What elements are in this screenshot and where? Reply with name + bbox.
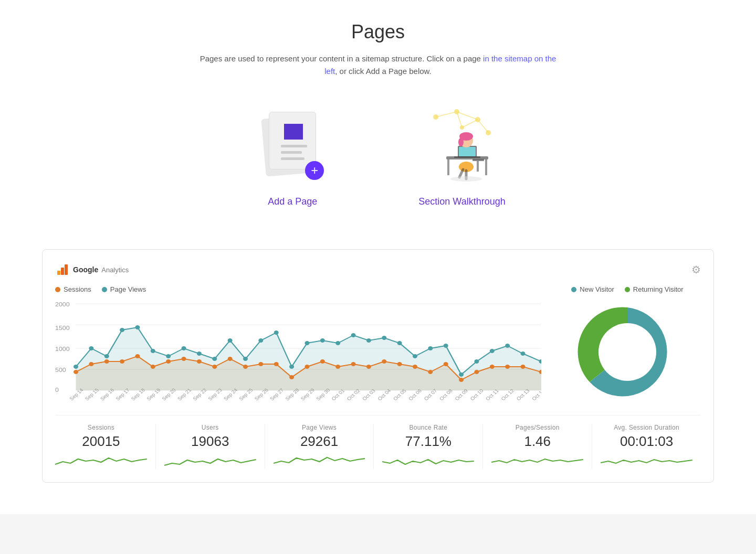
pages-session-sparkline — [491, 454, 583, 470]
donut-legend: New Visitor Returning Visitor — [554, 285, 701, 293]
svg-rect-27 — [61, 268, 64, 275]
sessions-sparkline-svg — [55, 454, 147, 470]
s-dot — [228, 357, 233, 361]
add-page-action[interactable]: + Add a Page — [250, 104, 334, 207]
stat-avg-duration: Avg. Session Duration 00:01:03 — [592, 424, 701, 470]
s-dot — [335, 365, 340, 369]
s-dot — [351, 362, 356, 366]
page-doc-icon: + — [261, 112, 324, 180]
doc-front — [269, 112, 316, 169]
svg-text:1000: 1000 — [55, 346, 70, 352]
stat-users-label: Users — [164, 424, 256, 431]
svg-text:2000: 2000 — [55, 301, 70, 307]
svg-text:0: 0 — [55, 387, 59, 393]
line-chart-area: Sessions Page Views 2000 1500 1000 500 0 — [55, 285, 541, 404]
s-dot — [258, 362, 263, 366]
stat-pageviews-label: Page Views — [274, 424, 365, 431]
duration-sparkline — [601, 454, 692, 470]
pageviews-sparkline — [274, 454, 365, 470]
doc-line-1 — [281, 145, 307, 147]
pv-dot — [444, 344, 448, 348]
line-chart-container: 2000 1500 1000 500 0 — [55, 299, 541, 403]
ga-icon — [55, 262, 70, 277]
svg-rect-11 — [447, 159, 449, 175]
users-sparkline-svg — [164, 454, 256, 470]
page-description: Pages are used to represent your content… — [200, 52, 556, 78]
donut-chart-area: New Visitor Returning Visitor — [554, 285, 701, 404]
stat-avg-duration-value: 00:01:03 — [601, 433, 692, 450]
s-dot — [182, 357, 186, 361]
s-dot — [135, 354, 140, 358]
add-page-label: Add a Page — [268, 196, 317, 207]
duration-sparkline-svg — [601, 454, 692, 470]
analytics-logo: Google Analytics — [55, 262, 129, 277]
svg-point-24 — [450, 176, 482, 182]
svg-rect-26 — [57, 271, 60, 275]
google-text: Google — [73, 265, 98, 274]
svg-rect-15 — [454, 156, 480, 158]
pv-dot — [197, 351, 202, 356]
gear-icon[interactable]: ⚙ — [691, 263, 701, 276]
pv-dot — [505, 344, 510, 348]
s-dot — [274, 362, 279, 366]
analytics-text: Analytics — [101, 266, 129, 274]
donut-hole — [598, 323, 656, 381]
bounce-sparkline — [382, 454, 474, 470]
bounce-sparkline-svg — [382, 454, 474, 470]
stats-row: Sessions 20015 Users 19063 Page Vi — [55, 415, 701, 470]
pv-dot — [151, 349, 155, 353]
pv-dot — [351, 333, 356, 337]
pv-dot — [335, 341, 340, 345]
s-dot — [212, 365, 217, 369]
s-dot — [490, 365, 495, 369]
svg-line-8 — [457, 112, 462, 127]
pv-dot — [382, 336, 386, 340]
doc-line-2 — [281, 151, 302, 154]
pv-dot — [74, 365, 78, 369]
stat-sessions: Sessions 20015 — [55, 424, 156, 470]
s-dot — [243, 365, 248, 369]
svg-text:500: 500 — [55, 367, 66, 373]
svg-rect-17 — [477, 161, 479, 172]
stat-bounce-rate-value: 77.11% — [382, 433, 474, 450]
users-sparkline — [164, 454, 256, 470]
s-dot — [197, 359, 202, 364]
pv-dot — [520, 351, 525, 356]
svg-text:1500: 1500 — [55, 325, 70, 331]
returning-visitor-label: Returning Visitor — [633, 285, 684, 293]
pv-dot — [366, 338, 371, 343]
pv-dot — [258, 338, 263, 343]
s-dot — [382, 359, 386, 364]
s-dot — [166, 359, 171, 364]
analytics-widget: Google Analytics ⚙ Sessions Page Views — [42, 249, 714, 483]
doc-purple-rect — [284, 124, 303, 140]
section-walkthrough-action[interactable]: Section Walkthrough — [418, 104, 505, 207]
svg-rect-16 — [472, 159, 484, 161]
pageviews-legend-label: Page Views — [110, 285, 146, 293]
svg-rect-28 — [65, 264, 68, 275]
donut-svg — [575, 300, 680, 404]
donut-container — [554, 300, 701, 404]
stat-pages-session-value: 1.46 — [491, 433, 583, 450]
main-content: Pages Pages are used to represent your c… — [0, 0, 756, 514]
pv-dot — [228, 338, 233, 343]
add-page-illustration: + — [250, 104, 334, 188]
pv-dot — [243, 357, 248, 361]
s-dot — [520, 365, 525, 369]
pv-dot — [413, 354, 417, 358]
stat-bounce-rate: Bounce Rate 77.11% — [374, 424, 483, 470]
pages-session-sparkline-svg — [491, 454, 583, 470]
svg-line-6 — [457, 112, 478, 120]
s-dot — [89, 362, 93, 366]
svg-point-21 — [458, 138, 464, 146]
pv-dot — [397, 341, 402, 345]
sitemap-link[interactable]: in the sitemap on the left — [324, 54, 556, 76]
pageviews-sparkline-svg — [274, 454, 365, 470]
actions-row: + Add a Page — [10, 104, 746, 207]
stat-users-value: 19063 — [164, 433, 256, 450]
doc-line-3 — [281, 157, 304, 160]
pv-dot — [104, 354, 109, 358]
pv-dot — [459, 372, 464, 377]
pv-dot — [304, 341, 309, 345]
stat-pageviews: Page Views 29261 — [265, 424, 374, 470]
